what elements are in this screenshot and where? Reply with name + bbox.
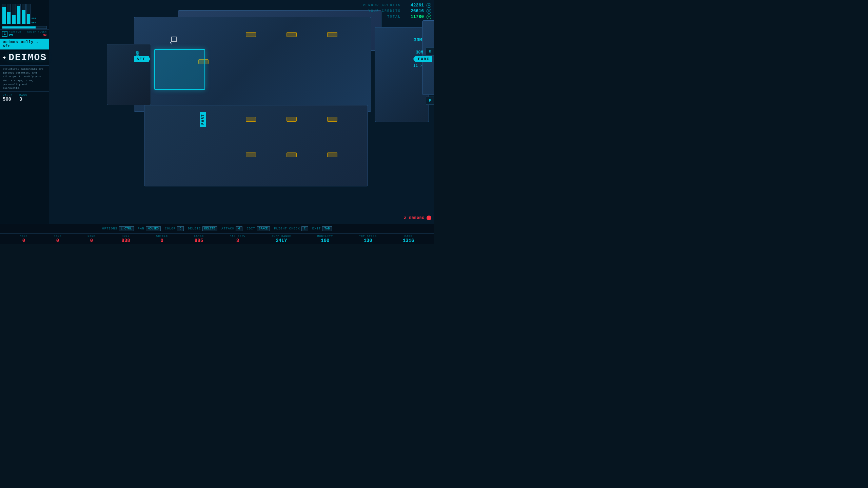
cursor: ↖ xyxy=(170,40,172,46)
power-bar-group-3 xyxy=(22,4,31,24)
stat-col-jump: JUMP RANGE 24LY xyxy=(272,235,291,244)
hotkey-attach-key[interactable]: G xyxy=(236,226,242,231)
hotkey-edit-label: EDIT xyxy=(246,227,255,230)
mass-display: 3 xyxy=(19,97,27,102)
engine-mark-5 xyxy=(246,117,256,122)
hotkey-delete: DELETE DELETE xyxy=(188,226,217,231)
f-button[interactable]: F xyxy=(426,97,434,105)
bar-labels: ENG GRV xyxy=(32,17,36,24)
hotkey-exit: EXIT TAB xyxy=(312,226,332,231)
power-bar-6 xyxy=(26,4,31,24)
stat-col-speed: TOP SPEED 130 xyxy=(359,235,377,244)
measure-30m-label: 30M xyxy=(416,50,423,55)
selected-segment[interactable] xyxy=(154,49,205,90)
ship-display: AFT FORE PORT 30M 30M ↖ xyxy=(49,0,434,224)
hotkey-flight-check: FLIGHT CHECK C xyxy=(274,226,308,231)
stat-none1-label: NONE xyxy=(20,235,27,238)
deimos-logo: ✦ DEIMOS xyxy=(0,49,49,65)
vendor-credits-value: 42261 xyxy=(403,3,424,8)
hotkey-color-label: COLOR xyxy=(165,227,176,230)
deimos-logo-text: ✦ DEIMOS xyxy=(3,52,46,63)
stat-mass-label: MASS xyxy=(403,235,414,238)
stat-speed-label: TOP SPEED xyxy=(359,235,377,238)
hotkey-flight-check-label: FLIGHT CHECK xyxy=(274,227,300,230)
errors-dot xyxy=(427,216,431,220)
stat-cargo-value: 885 xyxy=(195,238,203,243)
hotkey-options-label: OPTIONS xyxy=(102,227,117,230)
engine-mark-8 xyxy=(246,152,256,157)
stat-none3-value: 0 xyxy=(90,238,93,243)
power-bar-fill-2 xyxy=(7,12,11,24)
port-label: PORT xyxy=(200,112,206,127)
stat-speed-value: 130 xyxy=(363,238,372,243)
power-bars-section: ENG GRV xyxy=(0,0,49,25)
errors-text: 2 ERRORS xyxy=(404,216,425,220)
engine-mark-1 xyxy=(246,32,256,37)
power-bar-4 xyxy=(17,4,21,24)
power-bar-group-1 xyxy=(2,4,11,24)
measure-h-line xyxy=(144,57,381,57)
hotkey-attach: ATTACH G xyxy=(221,226,242,231)
hotkey-exit-key[interactable]: TAB xyxy=(322,226,332,231)
hotkey-delete-label: DELETE xyxy=(188,227,201,230)
neg11-label: -11 >— xyxy=(411,64,425,68)
stat-col-cargo: CARGO 885 xyxy=(194,235,204,244)
hotkey-pan-key[interactable]: MOUSE3 xyxy=(146,226,161,231)
stat-shield-value: 0 xyxy=(161,238,163,243)
vendor-credits-icon: ⊙ xyxy=(427,3,431,8)
equip-label: EQUIP POWER xyxy=(27,30,47,33)
engine-mark-3 xyxy=(327,32,337,37)
errors-badge: 2 ERRORS xyxy=(404,216,431,220)
stat-crew-value: 3 xyxy=(236,238,239,243)
reactor-info: REACTOR 29 xyxy=(9,30,26,37)
eng-label: ENG xyxy=(32,17,36,20)
stat-none1-value: 0 xyxy=(22,238,25,243)
stat-col-mobility: MOBILITY 100 xyxy=(317,235,333,244)
power-strip-fill xyxy=(2,26,36,28)
stat-col-mass: MASS 1316 xyxy=(403,235,414,244)
total-credits-row: TOTAL 11780 ⊙ xyxy=(363,14,431,19)
r-button[interactable]: R xyxy=(426,47,434,56)
your-credits-value: 26616 xyxy=(403,8,424,14)
engine-mark-10 xyxy=(327,152,337,157)
fore-label: FORE xyxy=(413,56,432,62)
power-bar-3 xyxy=(12,4,16,24)
total-credits-label: TOTAL xyxy=(387,15,401,19)
stat-mass-item: MASS 3 xyxy=(19,94,27,102)
hotkey-bar: OPTIONS L CTRL PAN MOUSE3 COLOR J DELETE… xyxy=(0,224,434,233)
grv-label: GRV xyxy=(32,21,36,24)
power-bar-1 xyxy=(2,4,6,24)
hotkey-pan-label: PAN xyxy=(138,227,144,230)
hotkey-edit-key[interactable]: SPACE xyxy=(257,226,270,231)
module-description: Structural components are largely cosmet… xyxy=(0,65,49,91)
hotkey-color: COLOR J xyxy=(165,226,184,231)
hotkey-delete-key[interactable]: DELETE xyxy=(202,226,217,231)
stat-value-item: VALUE 500 xyxy=(3,94,13,102)
stat-none2-value: 0 xyxy=(56,238,59,243)
stat-none2-label: NONE xyxy=(54,235,61,238)
total-credits-value: 11780 xyxy=(403,14,424,19)
stat-mobility-label: MOBILITY xyxy=(317,235,333,238)
equip-power: EQUIP POWER 9▼ xyxy=(27,30,47,37)
stat-cargo-label: CARGO xyxy=(194,235,204,238)
stat-jump-value: 24LY xyxy=(276,238,287,243)
stats-bar: NONE 0 NONE 0 NONE 0 HULL 838 SHIELD 0 C… xyxy=(0,233,434,244)
power-bar-group-2 xyxy=(12,4,21,24)
module-stats: VALUE 500 MASS 3 xyxy=(0,91,49,104)
hotkey-options-key[interactable]: L CTRL xyxy=(119,226,134,231)
power-bar-fill-6 xyxy=(27,14,30,24)
power-bar-fill-1 xyxy=(2,7,6,24)
reactor-letter: C xyxy=(2,31,7,37)
stat-col-shield: SHIELD 0 xyxy=(156,235,168,244)
hotkey-flight-check-key[interactable]: C xyxy=(301,226,308,231)
hotkey-color-key[interactable]: J xyxy=(177,226,184,231)
stat-mobility-value: 100 xyxy=(321,238,329,243)
engine-mark-6 xyxy=(287,117,297,122)
hotkey-exit-label: EXIT xyxy=(312,227,321,230)
stat-col-crew: MAX CREW 3 xyxy=(230,235,245,244)
ship-viewport[interactable]: AFT FORE PORT 30M 30M ↖ xyxy=(49,0,434,224)
vendor-credits-label: VENDOR CREDITS xyxy=(363,3,401,7)
stat-shield-label: SHIELD xyxy=(156,235,168,238)
module-title: Deimos Belly - Aft xyxy=(0,39,49,49)
total-credits-icon: ⊙ xyxy=(427,15,431,19)
